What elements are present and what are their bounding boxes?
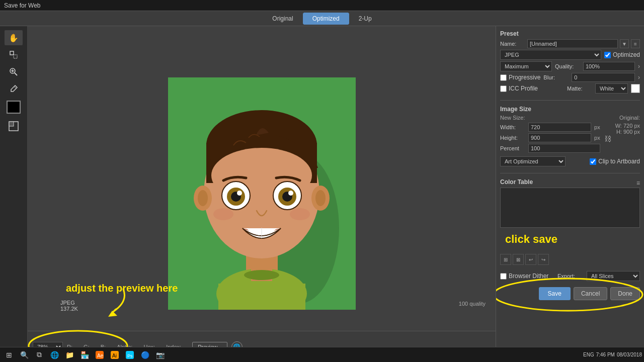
svg-rect-13 <box>218 284 305 310</box>
original-label: Original: <box>619 115 640 121</box>
toolbar: ✋ <box>0 26 28 362</box>
preset-name-label: Name: <box>500 41 525 47</box>
optimized-label: Optimized <box>613 51 640 58</box>
compression-select[interactable]: Maximum High Medium Low <box>500 61 552 71</box>
progressive-checkbox[interactable] <box>500 74 507 81</box>
quality-arrow[interactable]: › <box>638 63 640 70</box>
divider-1 <box>500 100 640 101</box>
clip-artboard-checkbox[interactable] <box>590 158 596 165</box>
taskbar-time: 7:46 PM <box>596 352 615 357</box>
percent-row: Percent <box>500 144 600 153</box>
matte-color-swatch[interactable] <box>631 84 640 93</box>
action-icon-2[interactable]: ⊠ <box>513 254 524 265</box>
color-swatch[interactable] <box>7 101 21 114</box>
action-row: ⊞ ⊠ ↩ ↪ <box>500 251 640 268</box>
percent-input[interactable] <box>528 144 600 153</box>
browser-dither-label: Browser Dither <box>509 273 548 280</box>
original-h: H: 900 px <box>615 129 640 135</box>
color-table-area <box>500 188 640 228</box>
tab-2up[interactable]: 2-Up <box>349 13 381 25</box>
taskbar-app1[interactable]: Ae <box>93 348 107 362</box>
export-label: Export: <box>557 273 583 279</box>
format-select[interactable]: JPEG PNG-8 PNG-24 GIF <box>500 50 601 60</box>
progressive-checkbox-row: Progressive <box>500 74 540 81</box>
svg-line-6 <box>14 86 16 88</box>
clip-artboard-row: Clip to Artboard <box>590 158 640 165</box>
browser-dither-checkbox[interactable] <box>500 273 507 280</box>
progressive-row: Progressive Blur: › <box>500 73 640 82</box>
taskbar-ps[interactable]: Ps <box>123 348 137 362</box>
zoom-tool[interactable] <box>5 64 23 79</box>
taskbar-store[interactable]: 🏪 <box>77 348 92 362</box>
preset-section: Preset Name: ▼ ≡ JPEG PNG-8 PNG-24 GIF <box>500 30 640 95</box>
svg-text:Ai: Ai <box>112 353 117 358</box>
quality-label: Quality: <box>555 63 580 69</box>
preset-dropdown-btn[interactable]: ▼ <box>620 39 629 48</box>
matte-label: Matte: <box>567 85 592 92</box>
action-icon-3[interactable]: ↩ <box>525 254 536 265</box>
done-button[interactable]: Done <box>610 287 640 300</box>
blur-label: Blur: <box>543 74 569 80</box>
action-icon-4[interactable]: ↪ <box>538 254 549 265</box>
svg-rect-1 <box>14 55 17 58</box>
height-label: Height: <box>500 135 525 141</box>
image-slice-tool[interactable] <box>5 119 23 134</box>
taskbar-chrome[interactable]: 🔵 <box>138 348 152 362</box>
image-container <box>168 77 356 311</box>
preset-name-input[interactable] <box>527 39 618 48</box>
new-size-label: New Size: <box>500 115 525 121</box>
icc-checkbox[interactable] <box>500 85 507 92</box>
taskbar-lang: ENG <box>583 352 594 357</box>
width-input[interactable] <box>528 123 591 132</box>
taskbar: ⊞ 🔍 ⧉ 🌐 📁 🏪 Ae Ai Ps 🔵 📷 ENG 7:46 PM 08/… <box>0 347 644 362</box>
taskbar-icon-more[interactable]: 📷 <box>153 348 167 362</box>
tab-optimized[interactable]: Optimized <box>303 13 349 25</box>
action-icons: ⊞ ⊠ ↩ ↪ <box>500 254 549 265</box>
height-px: px <box>594 135 600 141</box>
new-size-inputs: Width: px Height: px Percent <box>500 123 600 154</box>
taskbar-task-view[interactable]: ⧉ <box>32 348 46 362</box>
optimized-checkbox[interactable] <box>604 52 611 58</box>
image-size: 137.2K <box>60 306 78 312</box>
browser-dither-row: Browser Dither <box>500 273 548 280</box>
original-size-info: W: 720 px H: 900 px <box>615 123 640 154</box>
taskbar-start[interactable]: ⊞ <box>2 348 16 362</box>
resample-select[interactable]: Art Optimized Bicubic Bilinear <box>500 156 566 166</box>
preset-name-row: Name: ▼ ≡ <box>500 39 640 48</box>
hand-tool[interactable]: ✋ <box>5 30 23 45</box>
taskbar-illustrator[interactable]: Ai <box>108 348 122 362</box>
eyedropper-tool[interactable] <box>5 81 23 97</box>
height-input[interactable] <box>528 133 591 142</box>
aspect-ratio-link[interactable]: ⛓ <box>604 135 611 143</box>
click-save-annotation: click save <box>500 233 640 248</box>
svg-point-15 <box>244 270 279 280</box>
color-table-menu[interactable]: ≡ <box>636 179 640 187</box>
tab-bar: Original Optimized 2-Up <box>0 11 644 26</box>
quality-input[interactable] <box>583 62 635 71</box>
icc-row: ICC Profile Matte: White Black None <box>500 83 640 94</box>
preset-menu-btn[interactable]: ≡ <box>631 39 640 48</box>
icc-checkbox-row: ICC Profile <box>500 85 538 92</box>
click-save-text: click save <box>505 233 557 246</box>
taskbar-search[interactable]: 🔍 <box>17 348 31 362</box>
svg-text:Ps: Ps <box>127 353 133 358</box>
slice-select-tool[interactable] <box>5 47 23 62</box>
divider-2 <box>500 173 640 173</box>
image-info: JPEG 137.2K <box>60 300 78 312</box>
save-button[interactable]: Save <box>539 287 571 300</box>
icc-label: ICC Profile <box>509 85 538 92</box>
tab-original[interactable]: Original <box>263 13 302 25</box>
app-container: Original Optimized 2-Up ✋ <box>0 11 644 362</box>
height-row: Height: px <box>500 133 600 142</box>
svg-point-35 <box>213 208 233 220</box>
taskbar-explorer[interactable]: 📁 <box>62 348 76 362</box>
matte-select[interactable]: White Black None <box>595 83 628 94</box>
blur-input[interactable] <box>572 73 635 82</box>
taskbar-right: ENG 7:46 PM 08/03/2018 <box>583 352 642 357</box>
taskbar-edge[interactable]: 🌐 <box>47 348 61 362</box>
original-w: W: 720 px <box>615 123 640 129</box>
export-select[interactable]: All Slices Current Slice Selected Slices <box>587 271 640 281</box>
blur-arrow[interactable]: › <box>638 74 640 81</box>
action-icon-1[interactable]: ⊞ <box>500 254 511 265</box>
cancel-button[interactable]: Cancel <box>574 287 607 300</box>
